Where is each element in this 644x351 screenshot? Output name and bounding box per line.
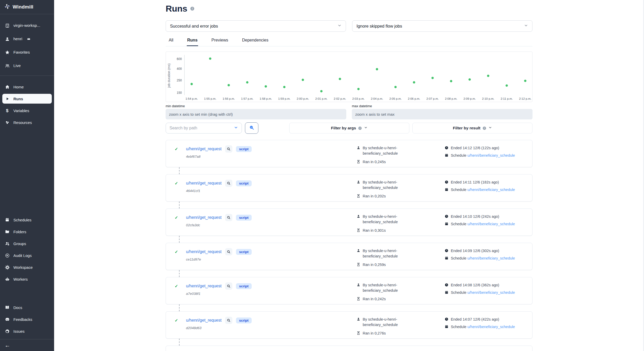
sidebar-item-feedbacks[interactable]: Feedbacks	[2, 314, 52, 324]
job-duration-chart[interactable]: job duration (ms)1502504006001:54 p.m.1:…	[166, 52, 532, 102]
sidebar-item-favorites[interactable]: Favorites	[2, 48, 52, 57]
run-row[interactable]: ✓ u/henri/get_request script 02cfa3dc	[166, 208, 532, 236]
calendar-icon	[5, 217, 10, 222]
row-connector-line	[179, 304, 180, 311]
schedule-path-link[interactable]: u/henri/beneficiary_schedule	[468, 256, 515, 260]
run-path-link[interactable]: u/henri/get_request	[186, 249, 222, 254]
variables-label: Variables	[13, 108, 29, 113]
run-kind-tabs: All Runs Previews Dependencies	[166, 36, 532, 46]
inspect-run-button[interactable]	[225, 317, 232, 324]
filter-dropdown-row: Successful and error jobs Ignore skipped…	[166, 20, 532, 32]
sidebar-divider	[0, 76, 54, 76]
run-row[interactable]: ✓ u/henri/get_request script 46441cf1	[166, 174, 532, 202]
run-duration-text: Ran in 0,202s	[363, 194, 386, 199]
sidebar-item-resources[interactable]: Resources	[2, 118, 52, 127]
inspect-run-button[interactable]	[225, 248, 232, 255]
content-column: Runs i Successful and error jobs Ignore …	[166, 0, 532, 351]
job-kind-badge: script	[236, 180, 252, 186]
job-duration-dot	[413, 81, 415, 83]
sidebar-item-folders[interactable]: Folders	[2, 227, 52, 237]
run-row[interactable]: ✓ u/henri/get_request script a7e038f1	[166, 277, 532, 304]
row-connector-line	[179, 270, 180, 277]
filter-by-result-button[interactable]: Filter by result i	[412, 123, 532, 133]
schedule-path-link[interactable]: u/henri/beneficiary_schedule	[468, 222, 515, 226]
title-info-icon[interactable]: i	[190, 7, 194, 11]
schedule-text: Schedule u/henri/beneficiary_schedule	[451, 290, 515, 295]
run-path-link[interactable]: u/henri/get_request	[186, 284, 222, 288]
sidebar-item-issues[interactable]: Issues	[2, 326, 52, 336]
workers-label: Workers	[13, 277, 28, 281]
sidebar-admin-nav: Schedules Folders Groups	[0, 215, 54, 284]
row-connector-line	[179, 236, 180, 243]
live-label: Live	[13, 63, 21, 68]
sidebar-item-schedules[interactable]: Schedules	[2, 215, 52, 225]
run-path-link[interactable]: u/henri/get_request	[186, 181, 222, 186]
sidebar-item-workspace-switcher[interactable]: virgin-worksp...	[2, 21, 52, 30]
search-button[interactable]	[245, 122, 258, 134]
sidebar-item-user[interactable]: henri	[2, 34, 52, 44]
svg-text:job duration (ms): job duration (ms)	[167, 63, 171, 88]
person-icon	[357, 214, 361, 219]
clock-icon	[445, 283, 449, 287]
run-path-link[interactable]: u/henri/get_request	[186, 318, 222, 323]
schedule-path-link[interactable]: u/henri/beneficiary_schedule	[468, 188, 515, 192]
filter-by-args-button[interactable]: Filter by args i	[289, 123, 409, 133]
calendar-icon	[445, 256, 449, 260]
sidebar-main-nav: Home Runs $ Variables Resources	[0, 82, 54, 127]
sidebar-item-variables[interactable]: $ Variables	[2, 106, 52, 115]
inspect-run-button[interactable]	[225, 282, 232, 290]
sidebar-item-groups[interactable]: Groups	[2, 239, 52, 248]
sidebar-item-workspace-settings[interactable]: Workspace	[2, 262, 52, 272]
chevron-down-icon	[337, 23, 342, 29]
max-datetime-input[interactable]	[352, 109, 532, 119]
tab-dependencies[interactable]: Dependencies	[242, 36, 269, 46]
sidebar-item-audit-logs[interactable]: Audit Logs	[2, 250, 52, 260]
inspect-run-button[interactable]	[225, 180, 232, 187]
x-tick-label: 2:06 p.m.	[408, 97, 420, 100]
min-datetime-input[interactable]	[166, 109, 346, 119]
sidebar-item-runs[interactable]: Runs	[2, 94, 52, 104]
person-icon	[357, 283, 361, 287]
job-status-filter-dropdown[interactable]: Successful and error jobs	[166, 20, 346, 32]
sidebar-item-workers[interactable]: Workers	[2, 274, 52, 284]
run-row[interactable]: ✓ u/henri/get_request script d2048d63	[166, 311, 532, 339]
star-icon	[5, 50, 10, 55]
skipped-flow-filter-value: Ignore skipped flow jobs	[357, 24, 402, 29]
sidebar-item-docs[interactable]: Docs	[2, 303, 52, 312]
collapse-sidebar-arrow-icon[interactable]: ←	[5, 342, 10, 348]
sidebar-item-home[interactable]: Home	[2, 82, 52, 92]
tab-previews[interactable]: Previews	[211, 36, 229, 46]
run-duration-text: Ran in 0,242s	[363, 296, 386, 302]
person-icon	[357, 317, 361, 321]
folder-icon	[5, 229, 10, 234]
dollar-icon: $	[5, 108, 10, 113]
skipped-flow-filter-dropdown[interactable]: Ignore skipped flow jobs	[352, 20, 532, 32]
run-id: ce11d97e	[186, 257, 357, 261]
inspect-run-button[interactable]	[225, 145, 232, 153]
schedule-path-link[interactable]: u/henri/beneficiary_schedule	[468, 153, 515, 157]
job-duration-dot	[394, 86, 397, 88]
search-by-path-select[interactable]: Search by path	[166, 123, 242, 133]
folders-label: Folders	[13, 230, 26, 234]
tab-runs[interactable]: Runs	[187, 36, 198, 46]
tab-all[interactable]: All	[168, 36, 174, 46]
feedbacks-label: Feedbacks	[13, 317, 32, 322]
run-id: d2048d63	[186, 326, 357, 330]
schedule-path-link[interactable]: u/henri/beneficiary_schedule	[468, 290, 515, 295]
run-row[interactable]: ✓ u/henri/get_request script ce11d97e	[166, 243, 532, 270]
run-path-link[interactable]: u/henri/get_request	[186, 147, 222, 151]
x-tick-label: 1:59 p.m.	[278, 97, 291, 100]
run-row[interactable]: ✓ u/henri/get_request script 4ebf67a8	[166, 140, 532, 167]
calendar-icon	[445, 290, 449, 295]
sidebar-item-live[interactable]: Live	[2, 61, 52, 70]
hourglass-icon	[357, 160, 361, 164]
windmill-logo[interactable]: Windmill	[0, 0, 54, 14]
schedule-path-link[interactable]: u/henri/beneficiary_schedule	[468, 325, 515, 329]
run-id: 02cfa3dc	[186, 223, 357, 227]
run-path-link[interactable]: u/henri/get_request	[186, 215, 222, 220]
run-ended-text: Ended 14:08 12/6 (362s ago)	[451, 282, 499, 288]
calendar-icon	[445, 222, 449, 226]
runs-label: Runs	[13, 97, 23, 101]
inspect-run-button[interactable]	[225, 214, 232, 221]
run-row[interactable]: ✓ u/henri/get_request script	[166, 346, 532, 351]
